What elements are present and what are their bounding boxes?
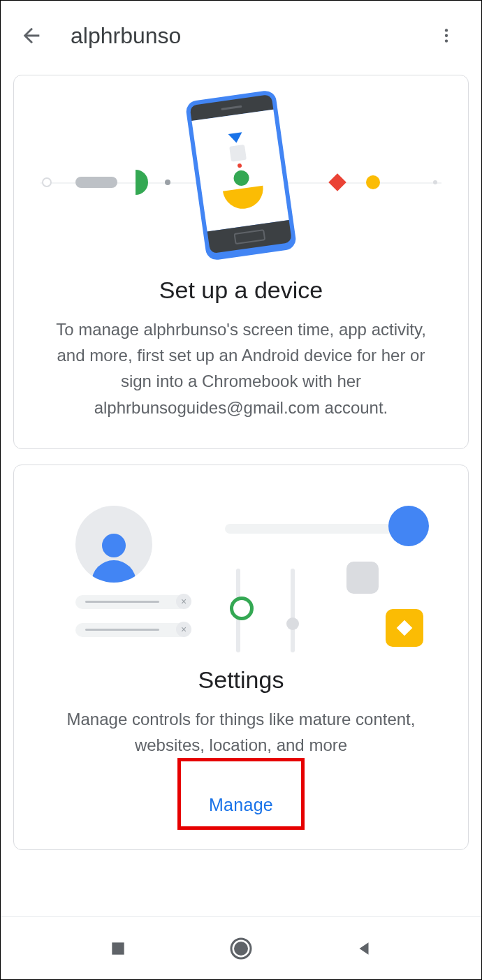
- svg-point-2: [445, 39, 448, 42]
- nav-home-button[interactable]: [227, 935, 255, 963]
- content-area: Set up a device To manage alphrbunso's s…: [1, 71, 481, 850]
- square-icon: [109, 939, 127, 958]
- settings-card-description: Manage controls for things like mature c…: [41, 706, 441, 758]
- svg-point-1: [445, 34, 448, 37]
- circle-icon: [228, 936, 254, 961]
- overflow-menu-button[interactable]: [432, 22, 460, 50]
- nav-back-button[interactable]: [350, 935, 378, 963]
- setup-illustration: [41, 95, 441, 270]
- setup-card-description: To manage alphrbunso's screen time, app …: [41, 316, 441, 420]
- svg-point-5: [234, 942, 248, 956]
- svg-point-0: [445, 29, 448, 31]
- phone-icon: [185, 89, 298, 261]
- more-vert-icon: [437, 27, 455, 45]
- manage-button[interactable]: Manage: [181, 784, 301, 826]
- setup-device-card: Set up a device To manage alphrbunso's s…: [13, 75, 469, 449]
- page-title: alphrbunso: [71, 23, 181, 49]
- back-arrow-icon: [20, 24, 43, 47]
- settings-card-title: Settings: [41, 666, 441, 694]
- svg-rect-3: [112, 942, 124, 954]
- settings-illustration: [41, 485, 441, 659]
- manage-button-highlight: Manage: [177, 758, 305, 830]
- nav-recent-button[interactable]: [104, 935, 132, 963]
- system-nav-bar: [1, 916, 481, 979]
- back-button[interactable]: [17, 22, 45, 50]
- setup-card-title: Set up a device: [41, 277, 441, 304]
- settings-card: Settings Manage controls for things like…: [13, 465, 469, 850]
- app-header: alphrbunso: [1, 1, 481, 71]
- avatar-icon: [75, 506, 152, 583]
- triangle-back-icon: [355, 939, 373, 958]
